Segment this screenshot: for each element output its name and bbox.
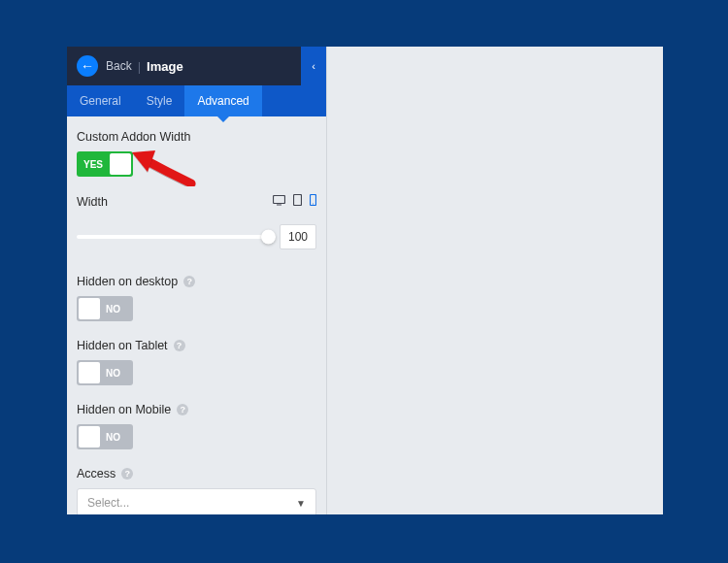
panel-header: ← Back | Image ‹ — [67, 47, 326, 85]
tab-style[interactable]: Style — [134, 85, 185, 116]
back-button[interactable]: ← Back — [67, 55, 132, 77]
toggle-handle — [79, 298, 100, 319]
mobile-icon[interactable] — [310, 194, 316, 209]
custom-width-label: Custom Addon Width — [77, 130, 316, 144]
back-label: Back — [106, 59, 132, 73]
svg-rect-2 — [294, 195, 302, 206]
select-placeholder: Select... — [87, 496, 129, 510]
device-selector — [273, 194, 316, 209]
toggle-no-label: NO — [100, 432, 120, 443]
collapse-button[interactable]: ‹ — [301, 47, 326, 85]
hidden-tablet-label: Hidden on Tablet ? — [77, 339, 316, 352]
panel-content: Custom Addon Width YES Width — [67, 116, 326, 514]
slider-thumb[interactable] — [261, 230, 276, 245]
help-icon[interactable]: ? — [121, 468, 133, 480]
hidden-tablet-toggle[interactable]: NO — [77, 360, 133, 385]
separator: | — [138, 59, 141, 74]
custom-width-toggle[interactable]: YES — [77, 151, 133, 177]
hidden-mobile-label: Hidden on Mobile ? — [77, 403, 316, 416]
toggle-no-label: NO — [100, 304, 120, 315]
width-label: Width — [77, 195, 108, 209]
tabs: General Style Advanced — [67, 85, 326, 116]
desktop-icon[interactable] — [273, 195, 285, 209]
svg-rect-1 — [277, 204, 281, 205]
help-icon[interactable]: ? — [174, 340, 185, 351]
access-label: Access ? — [77, 467, 316, 480]
access-select[interactable]: Select... ▼ — [77, 488, 316, 514]
chevron-left-icon: ‹ — [312, 60, 315, 72]
toggle-handle — [79, 362, 100, 383]
svg-point-4 — [313, 203, 314, 204]
hidden-desktop-toggle[interactable]: NO — [77, 296, 133, 321]
tab-advanced[interactable]: Advanced — [184, 85, 261, 116]
hidden-mobile-toggle[interactable]: NO — [77, 424, 133, 449]
toggle-yes-label: YES — [79, 159, 110, 170]
width-input[interactable]: 100 — [280, 224, 316, 249]
width-slider[interactable] — [77, 235, 270, 239]
toggle-handle — [79, 426, 100, 447]
help-icon[interactable]: ? — [177, 404, 188, 415]
chevron-down-icon: ▼ — [296, 498, 306, 509]
svg-rect-0 — [274, 195, 285, 203]
tablet-icon[interactable] — [293, 194, 302, 209]
panel-title: Image — [147, 59, 183, 74]
help-icon[interactable]: ? — [183, 276, 195, 287]
hidden-desktop-label: Hidden on desktop ? — [77, 275, 316, 288]
back-icon: ← — [77, 55, 98, 77]
toggle-handle — [110, 153, 131, 175]
toggle-no-label: NO — [100, 368, 120, 379]
tab-general[interactable]: General — [67, 85, 134, 116]
preview-panel — [326, 47, 663, 514]
